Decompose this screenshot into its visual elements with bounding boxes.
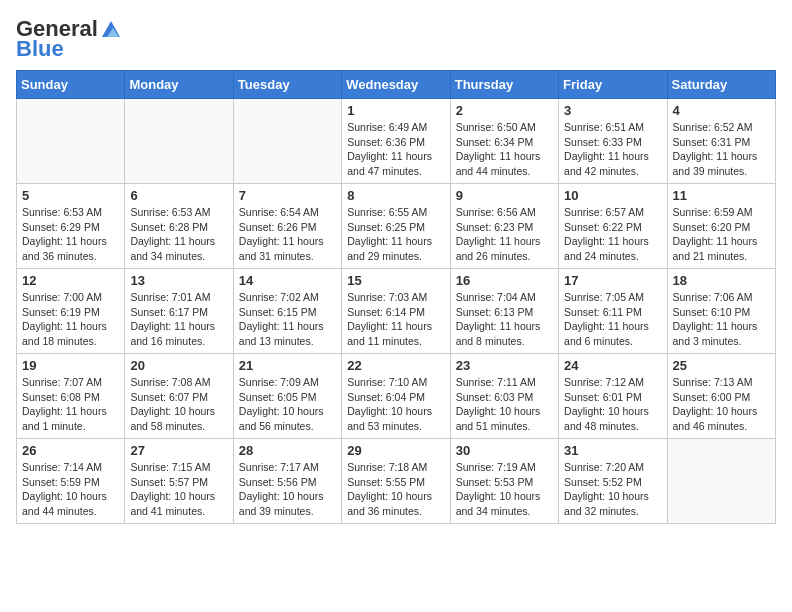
calendar-cell: 2Sunrise: 6:50 AMSunset: 6:34 PMDaylight… xyxy=(450,99,558,184)
day-info: Sunrise: 6:59 AMSunset: 6:20 PMDaylight:… xyxy=(673,205,770,264)
col-header-saturday: Saturday xyxy=(667,71,775,99)
calendar-cell: 6Sunrise: 6:53 AMSunset: 6:28 PMDaylight… xyxy=(125,184,233,269)
day-info: Sunrise: 6:56 AMSunset: 6:23 PMDaylight:… xyxy=(456,205,553,264)
calendar-cell: 24Sunrise: 7:12 AMSunset: 6:01 PMDayligh… xyxy=(559,354,667,439)
day-number: 26 xyxy=(22,443,119,458)
day-info: Sunrise: 7:19 AMSunset: 5:53 PMDaylight:… xyxy=(456,460,553,519)
day-info: Sunrise: 7:14 AMSunset: 5:59 PMDaylight:… xyxy=(22,460,119,519)
calendar-cell xyxy=(125,99,233,184)
day-info: Sunrise: 7:13 AMSunset: 6:00 PMDaylight:… xyxy=(673,375,770,434)
day-number: 25 xyxy=(673,358,770,373)
day-info: Sunrise: 7:09 AMSunset: 6:05 PMDaylight:… xyxy=(239,375,336,434)
calendar-cell: 19Sunrise: 7:07 AMSunset: 6:08 PMDayligh… xyxy=(17,354,125,439)
calendar-cell: 27Sunrise: 7:15 AMSunset: 5:57 PMDayligh… xyxy=(125,439,233,524)
calendar-cell: 8Sunrise: 6:55 AMSunset: 6:25 PMDaylight… xyxy=(342,184,450,269)
calendar-cell xyxy=(17,99,125,184)
calendar-cell xyxy=(667,439,775,524)
day-number: 17 xyxy=(564,273,661,288)
day-number: 15 xyxy=(347,273,444,288)
day-number: 22 xyxy=(347,358,444,373)
calendar-cell: 28Sunrise: 7:17 AMSunset: 5:56 PMDayligh… xyxy=(233,439,341,524)
calendar-table: SundayMondayTuesdayWednesdayThursdayFrid… xyxy=(16,70,776,524)
calendar-cell: 9Sunrise: 6:56 AMSunset: 6:23 PMDaylight… xyxy=(450,184,558,269)
day-info: Sunrise: 6:49 AMSunset: 6:36 PMDaylight:… xyxy=(347,120,444,179)
calendar-cell: 10Sunrise: 6:57 AMSunset: 6:22 PMDayligh… xyxy=(559,184,667,269)
calendar-cell: 18Sunrise: 7:06 AMSunset: 6:10 PMDayligh… xyxy=(667,269,775,354)
day-number: 18 xyxy=(673,273,770,288)
calendar-cell: 4Sunrise: 6:52 AMSunset: 6:31 PMDaylight… xyxy=(667,99,775,184)
logo-blue-label: Blue xyxy=(16,36,64,62)
calendar-cell: 11Sunrise: 6:59 AMSunset: 6:20 PMDayligh… xyxy=(667,184,775,269)
day-info: Sunrise: 7:10 AMSunset: 6:04 PMDaylight:… xyxy=(347,375,444,434)
day-info: Sunrise: 7:18 AMSunset: 5:55 PMDaylight:… xyxy=(347,460,444,519)
day-number: 21 xyxy=(239,358,336,373)
day-number: 8 xyxy=(347,188,444,203)
day-info: Sunrise: 6:51 AMSunset: 6:33 PMDaylight:… xyxy=(564,120,661,179)
day-info: Sunrise: 7:01 AMSunset: 6:17 PMDaylight:… xyxy=(130,290,227,349)
day-info: Sunrise: 7:08 AMSunset: 6:07 PMDaylight:… xyxy=(130,375,227,434)
day-number: 13 xyxy=(130,273,227,288)
calendar-cell: 7Sunrise: 6:54 AMSunset: 6:26 PMDaylight… xyxy=(233,184,341,269)
day-number: 9 xyxy=(456,188,553,203)
day-number: 27 xyxy=(130,443,227,458)
day-number: 31 xyxy=(564,443,661,458)
calendar-cell: 16Sunrise: 7:04 AMSunset: 6:13 PMDayligh… xyxy=(450,269,558,354)
day-info: Sunrise: 7:15 AMSunset: 5:57 PMDaylight:… xyxy=(130,460,227,519)
day-number: 7 xyxy=(239,188,336,203)
day-info: Sunrise: 7:03 AMSunset: 6:14 PMDaylight:… xyxy=(347,290,444,349)
day-number: 5 xyxy=(22,188,119,203)
calendar-cell: 1Sunrise: 6:49 AMSunset: 6:36 PMDaylight… xyxy=(342,99,450,184)
day-number: 11 xyxy=(673,188,770,203)
col-header-monday: Monday xyxy=(125,71,233,99)
calendar-cell: 25Sunrise: 7:13 AMSunset: 6:00 PMDayligh… xyxy=(667,354,775,439)
day-info: Sunrise: 7:11 AMSunset: 6:03 PMDaylight:… xyxy=(456,375,553,434)
day-info: Sunrise: 7:02 AMSunset: 6:15 PMDaylight:… xyxy=(239,290,336,349)
day-info: Sunrise: 7:05 AMSunset: 6:11 PMDaylight:… xyxy=(564,290,661,349)
day-number: 16 xyxy=(456,273,553,288)
calendar-cell: 22Sunrise: 7:10 AMSunset: 6:04 PMDayligh… xyxy=(342,354,450,439)
day-info: Sunrise: 7:12 AMSunset: 6:01 PMDaylight:… xyxy=(564,375,661,434)
day-number: 30 xyxy=(456,443,553,458)
day-number: 1 xyxy=(347,103,444,118)
calendar-cell: 3Sunrise: 6:51 AMSunset: 6:33 PMDaylight… xyxy=(559,99,667,184)
col-header-thursday: Thursday xyxy=(450,71,558,99)
calendar-cell: 5Sunrise: 6:53 AMSunset: 6:29 PMDaylight… xyxy=(17,184,125,269)
day-number: 29 xyxy=(347,443,444,458)
calendar-cell: 29Sunrise: 7:18 AMSunset: 5:55 PMDayligh… xyxy=(342,439,450,524)
day-info: Sunrise: 6:50 AMSunset: 6:34 PMDaylight:… xyxy=(456,120,553,179)
col-header-tuesday: Tuesday xyxy=(233,71,341,99)
day-info: Sunrise: 7:00 AMSunset: 6:19 PMDaylight:… xyxy=(22,290,119,349)
day-info: Sunrise: 6:57 AMSunset: 6:22 PMDaylight:… xyxy=(564,205,661,264)
day-number: 4 xyxy=(673,103,770,118)
day-number: 14 xyxy=(239,273,336,288)
calendar-cell: 26Sunrise: 7:14 AMSunset: 5:59 PMDayligh… xyxy=(17,439,125,524)
day-number: 23 xyxy=(456,358,553,373)
day-info: Sunrise: 6:52 AMSunset: 6:31 PMDaylight:… xyxy=(673,120,770,179)
day-number: 2 xyxy=(456,103,553,118)
week-row-4: 19Sunrise: 7:07 AMSunset: 6:08 PMDayligh… xyxy=(17,354,776,439)
col-header-friday: Friday xyxy=(559,71,667,99)
calendar-cell: 14Sunrise: 7:02 AMSunset: 6:15 PMDayligh… xyxy=(233,269,341,354)
day-info: Sunrise: 6:53 AMSunset: 6:28 PMDaylight:… xyxy=(130,205,227,264)
day-number: 6 xyxy=(130,188,227,203)
calendar-cell: 13Sunrise: 7:01 AMSunset: 6:17 PMDayligh… xyxy=(125,269,233,354)
day-info: Sunrise: 6:53 AMSunset: 6:29 PMDaylight:… xyxy=(22,205,119,264)
logo-triangle-icon xyxy=(100,19,122,39)
week-row-3: 12Sunrise: 7:00 AMSunset: 6:19 PMDayligh… xyxy=(17,269,776,354)
day-number: 24 xyxy=(564,358,661,373)
day-number: 10 xyxy=(564,188,661,203)
week-row-1: 1Sunrise: 6:49 AMSunset: 6:36 PMDaylight… xyxy=(17,99,776,184)
calendar-cell: 31Sunrise: 7:20 AMSunset: 5:52 PMDayligh… xyxy=(559,439,667,524)
calendar-cell: 21Sunrise: 7:09 AMSunset: 6:05 PMDayligh… xyxy=(233,354,341,439)
calendar-cell: 30Sunrise: 7:19 AMSunset: 5:53 PMDayligh… xyxy=(450,439,558,524)
calendar-cell xyxy=(233,99,341,184)
day-number: 19 xyxy=(22,358,119,373)
day-number: 12 xyxy=(22,273,119,288)
page-header: General Blue xyxy=(16,16,776,62)
day-info: Sunrise: 6:54 AMSunset: 6:26 PMDaylight:… xyxy=(239,205,336,264)
calendar-cell: 12Sunrise: 7:00 AMSunset: 6:19 PMDayligh… xyxy=(17,269,125,354)
calendar-cell: 23Sunrise: 7:11 AMSunset: 6:03 PMDayligh… xyxy=(450,354,558,439)
day-info: Sunrise: 7:07 AMSunset: 6:08 PMDaylight:… xyxy=(22,375,119,434)
col-header-sunday: Sunday xyxy=(17,71,125,99)
day-number: 20 xyxy=(130,358,227,373)
